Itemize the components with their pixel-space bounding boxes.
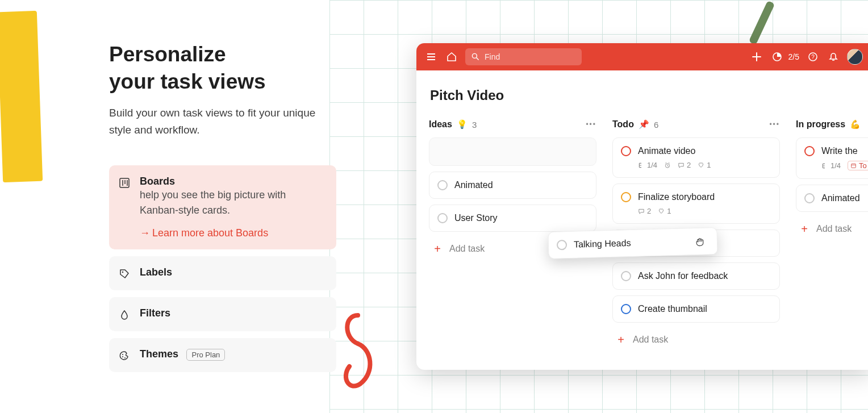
svg-line-23 [669,162,670,163]
subheadline: Build your own task views to fit your un… [109,105,336,138]
boards-icon [118,177,131,189]
app-window: 2/5 ? Pitch Video Ideas 💡 3 ••• [416,43,868,370]
marketing-panel: Personalize your task views Build your o… [109,41,336,379]
search-input[interactable] [485,52,570,61]
svg-point-7 [124,357,126,358]
feature-boards[interactable]: Boards help you see the big picture with… [109,165,336,249]
task-checkbox[interactable] [804,146,815,156]
tag-icon [118,268,131,280]
notification-icon[interactable] [827,50,840,64]
task-card[interactable]: Ask John for feedback [612,262,780,290]
headline-line2: your task views [109,70,266,93]
task-checkbox[interactable] [621,146,631,156]
column-header: Ideas 💡 3 ••• [429,119,596,130]
task-checkbox[interactable] [621,271,631,281]
add-task-label: Add task [449,244,485,254]
task-card[interactable]: Create thumbnail [612,295,780,323]
svg-point-6 [122,356,123,357]
add-task-label: Add task [633,335,668,345]
task-card[interactable]: User Story [429,205,596,232]
task-card[interactable]: Animated [429,172,596,199]
reminder-icon [664,162,671,169]
svg-point-4 [122,272,123,273]
task-meta: 2 1 [638,207,771,215]
task-checkbox[interactable] [437,213,448,223]
column-title: Todo [612,119,634,130]
dragged-task-card[interactable]: Talking Heads [548,227,717,259]
svg-line-12 [477,58,479,60]
headline: Personalize your task views [109,41,336,95]
task-card[interactable]: Write the 1/4 To [796,137,868,179]
add-icon[interactable] [750,50,763,64]
feature-description: help you see the big picture with Kanban… [140,187,327,218]
subtask-count: 1/4 [821,161,841,170]
task-meta: 1/4 To [821,161,868,170]
task-checkbox[interactable] [621,192,631,202]
feature-themes[interactable]: Themes Pro Plan [109,338,336,372]
search-box[interactable] [465,48,582,65]
task-title: Animate video [638,146,695,156]
task-title: Ask John for feedback [638,271,728,281]
svg-point-11 [472,53,477,58]
task-checkbox[interactable] [557,240,567,250]
productivity-count: 2/5 [788,52,799,61]
feature-title: Labels [140,266,172,278]
droplet-icon [118,308,131,321]
productivity-icon[interactable] [770,50,784,64]
project-title: Pitch Video [429,87,868,103]
task-card[interactable]: Animated [796,185,868,212]
menu-icon[interactable] [424,50,438,64]
subtask-count: 1/4 [638,161,657,169]
column-emoji: 📌 [639,119,649,130]
column-count: 3 [472,120,477,130]
palette-icon [118,349,131,362]
avatar[interactable] [847,49,863,65]
svg-rect-24 [852,164,856,168]
decoration-yellow-brush [0,11,43,182]
task-title: Finalize storyboard [638,192,715,202]
task-checkbox[interactable] [621,304,631,314]
svg-line-21 [667,165,669,166]
svg-line-22 [665,162,666,163]
plus-icon: + [432,243,443,255]
task-meta: 1/4 2 1 [638,161,771,169]
task-card[interactable]: Finalize storyboard 2 1 [612,183,780,224]
feature-title: Filters [140,307,170,319]
feature-filters[interactable]: Filters [109,297,336,331]
grab-cursor-icon [694,236,706,248]
column-emoji: 💡 [457,119,468,130]
task-title: Animated [454,180,493,190]
column-menu-icon[interactable]: ••• [769,120,780,128]
task-title: Create thumbnail [638,304,707,314]
add-task-button[interactable]: + Add task [796,218,868,240]
date-badge: To [848,161,868,170]
pro-plan-badge: Pro Plan [186,349,225,361]
comment-count: 2 [638,207,651,215]
task-checkbox[interactable] [437,180,448,190]
app-header: 2/5 ? [416,43,868,70]
feature-title: Boards [140,176,175,187]
svg-point-5 [122,354,123,355]
column-count: 6 [654,120,658,130]
column-header: In progress 💪 [796,119,868,130]
comment-count: 2 [678,161,691,169]
decoration-paperclip [335,310,392,395]
svg-text:?: ? [811,54,815,60]
column-header: Todo 📌 6 ••• [612,119,780,130]
task-title: Write the [821,146,858,156]
column-title: Ideas [429,119,452,130]
learn-more-link[interactable]: →Learn more about Boards [140,227,327,239]
task-title: Talking Heads [574,238,631,250]
column-title: In progress [796,119,845,130]
feature-labels[interactable]: Labels [109,256,336,290]
add-task-button[interactable]: + Add task [612,328,780,351]
task-checkbox[interactable] [804,193,815,203]
task-card-placeholder[interactable] [429,137,596,166]
column-menu-icon[interactable]: ••• [586,120,596,128]
column-in-progress: In progress 💪 Write the 1/4 [796,119,868,351]
task-card[interactable]: Animate video 1/4 2 [612,137,780,178]
arrow-right-icon: → [140,227,150,239]
help-icon[interactable]: ? [806,50,820,64]
home-icon[interactable] [445,50,458,64]
add-task-label: Add task [816,224,852,234]
